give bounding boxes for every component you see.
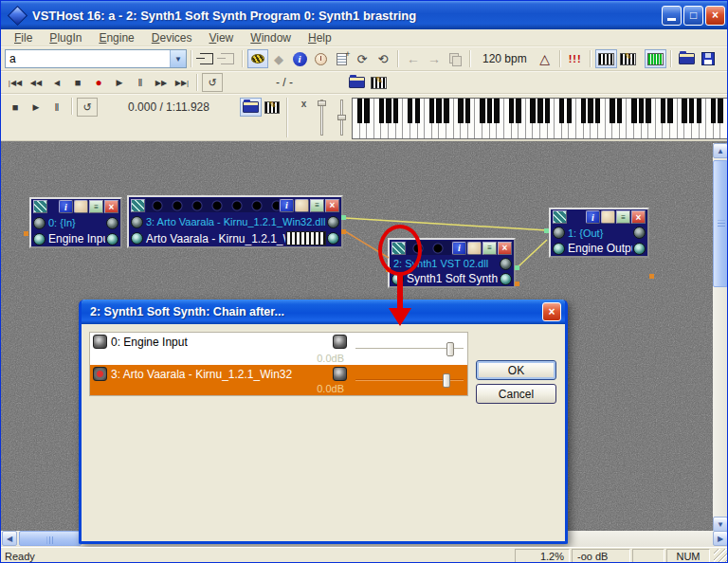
chain-after-icon[interactable] — [33, 200, 47, 213]
scroll-up-button[interactable]: ▲ — [713, 143, 728, 158]
chain-after-button[interactable] — [217, 49, 238, 68]
knob-icon[interactable] — [33, 233, 46, 245]
open-bank-button[interactable] — [676, 49, 698, 68]
midi-step-back-button[interactable]: ◀ — [46, 73, 67, 92]
plugin-box-engine-output[interactable]: i ≡ × 1: {Out} Engine Output — [549, 208, 649, 258]
midi-play-button[interactable]: ▶ — [109, 73, 130, 92]
wave-setup-button[interactable]: ✎ — [262, 98, 283, 117]
wave-pause-button[interactable]: Ⅱ — [46, 98, 67, 117]
piano-keyboard[interactable] — [352, 98, 728, 139]
chain-source-list[interactable]: 0: Engine Input 0.0dB 3: Arto Vaarala - … — [89, 332, 468, 396]
program-list-icon[interactable]: ≡ — [482, 242, 497, 255]
knob-icon[interactable] — [106, 233, 118, 245]
scroll-right-button[interactable]: ▶ — [713, 531, 728, 546]
combo-dropdown-icon[interactable]: ▼ — [170, 50, 186, 67]
save-bank-button[interactable] — [698, 49, 719, 68]
panic-button[interactable]: !!! — [565, 49, 586, 68]
knob-icon[interactable] — [327, 216, 339, 228]
midi-skip-start-button[interactable]: |◀◀ — [5, 73, 26, 92]
keyboard-bar-button[interactable] — [595, 49, 617, 68]
preset-combobox[interactable]: a ▼ — [5, 49, 187, 68]
octave-slider[interactable] — [337, 100, 346, 137]
scroll-left-button[interactable]: ◀ — [2, 531, 17, 546]
menu-plugin[interactable]: PlugIn — [42, 30, 89, 45]
undo-button[interactable]: ← — [403, 49, 424, 68]
scroll-down-button[interactable]: ▼ — [713, 517, 728, 532]
menu-window[interactable]: Window — [243, 30, 299, 45]
minimize-button[interactable] — [662, 6, 682, 26]
slider-thumb[interactable] — [446, 342, 454, 356]
menu-help[interactable]: Help — [300, 30, 339, 45]
wave-open-file-button[interactable] — [240, 98, 262, 117]
dialog-title-bar[interactable]: 2: Synth1 Soft Synth: Chain after... × — [82, 300, 565, 324]
list-item-kirnu-selected[interactable]: 3: Arto Vaarala - Kirnu_1.2.1_Win32 0.0d… — [90, 365, 467, 395]
effect-button[interactable]: ◆ — [268, 49, 289, 68]
knob-icon[interactable] — [106, 217, 118, 229]
dialog-close-button[interactable]: × — [542, 302, 561, 321]
plugin-box-engine-input[interactable]: i ≡ × 0: {In} Engine Input — [29, 197, 122, 248]
resize-grip[interactable] — [714, 549, 728, 563]
midi-record-button[interactable]: ● — [88, 73, 109, 92]
program-list-button[interactable] — [331, 49, 352, 68]
midi-skip-end-button[interactable]: ▶▶| — [172, 73, 192, 92]
knob-icon[interactable] — [633, 243, 646, 255]
knob-icon[interactable] — [500, 273, 512, 285]
wave-loop-button[interactable]: ↺ — [77, 98, 98, 117]
info-icon[interactable]: i — [452, 242, 466, 255]
info-icon[interactable]: i — [586, 210, 600, 224]
plugin-info-button[interactable]: i — [289, 49, 310, 68]
info-icon[interactable]: i — [280, 199, 294, 212]
midi-thru-button[interactable] — [247, 49, 268, 68]
clock-icon[interactable] — [601, 210, 615, 224]
midi-forward-button[interactable]: ▶▶ — [151, 73, 172, 92]
program-list-icon[interactable]: ≡ — [89, 200, 103, 213]
slider-thumb[interactable] — [318, 100, 326, 106]
menu-view[interactable]: View — [201, 30, 241, 45]
horizontal-scroll-thumb[interactable] — [19, 531, 82, 546]
duplicate-button[interactable] — [445, 49, 465, 68]
close-button[interactable]: × — [705, 6, 725, 26]
wave-stop-button[interactable]: ■ — [5, 98, 26, 117]
close-icon[interactable]: × — [498, 242, 512, 255]
clock-icon[interactable] — [295, 199, 309, 212]
clock-icon[interactable] — [74, 200, 88, 213]
info-icon[interactable]: i — [59, 200, 73, 213]
knob-icon[interactable] — [131, 216, 143, 228]
vertical-scrollbar[interactable]: ▲ ▼ — [713, 143, 728, 532]
metronome-button[interactable]: △ — [535, 49, 555, 68]
midi-loop-button[interactable]: ↺ — [202, 73, 223, 92]
ok-button[interactable]: OK — [476, 360, 556, 380]
load-program-button[interactable]: ⟳ — [352, 49, 373, 68]
program-list-icon[interactable]: ≡ — [310, 199, 324, 212]
keyboard-bar-close-button[interactable]: x — [298, 98, 310, 110]
menu-engine[interactable]: Engine — [91, 30, 141, 45]
midi-rewind-button[interactable]: ◀◀ — [26, 73, 46, 92]
plugin-box-kirnu[interactable]: i ≡ × 3: Arto Vaarala - Kirnu_1.2.1_Win3… — [127, 195, 343, 248]
close-icon[interactable]: × — [104, 200, 118, 213]
performance-button[interactable] — [310, 49, 331, 68]
menu-file[interactable]: File — [7, 30, 40, 45]
wave-play-button[interactable]: ▶ — [26, 98, 46, 117]
knob-icon[interactable] — [333, 367, 347, 381]
cancel-button[interactable]: Cancel — [476, 384, 556, 404]
midi-stop-button[interactable]: ■ — [67, 73, 88, 92]
knob-icon[interactable] — [500, 258, 512, 270]
maximize-button[interactable]: □ — [683, 6, 703, 26]
slider-thumb[interactable] — [337, 115, 346, 120]
chain-after-icon[interactable] — [553, 210, 567, 224]
list-item-engine-input[interactable]: 0: Engine Input 0.0dB — [90, 333, 467, 365]
redo-button[interactable]: → — [424, 49, 445, 68]
knob-icon[interactable] — [333, 335, 347, 349]
chain-after-icon[interactable] — [131, 199, 145, 212]
close-icon[interactable]: × — [631, 210, 646, 224]
velocity-slider[interactable] — [318, 100, 326, 137]
chain-before-button[interactable] — [196, 49, 217, 68]
knob-icon[interactable] — [327, 232, 339, 245]
keyboard-edit-button[interactable]: ✎ — [617, 49, 639, 68]
close-icon[interactable]: × — [325, 199, 339, 212]
save-program-button[interactable]: ⟲ — [373, 49, 393, 68]
slider-thumb[interactable] — [443, 373, 450, 388]
knob-icon[interactable] — [391, 273, 404, 285]
chain-after-icon[interactable] — [391, 242, 406, 255]
midi-setup-button[interactable]: ✎ — [368, 73, 390, 92]
